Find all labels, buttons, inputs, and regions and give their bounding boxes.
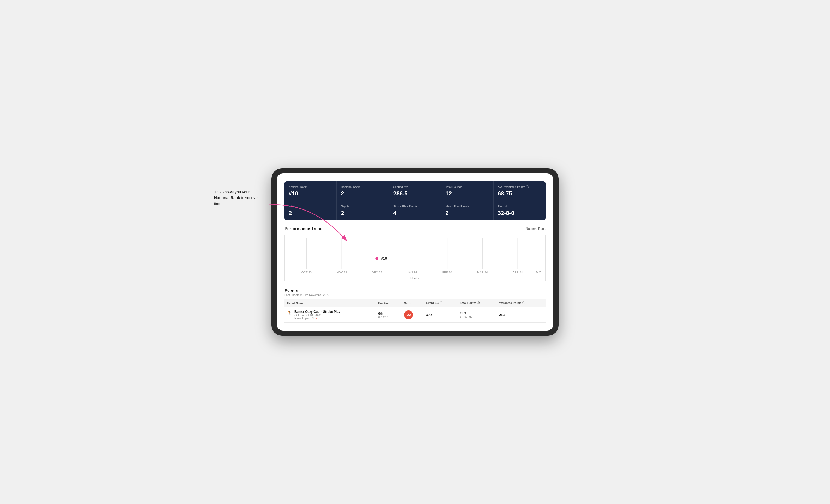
chart-x-nov23: NOV 23 [337,271,347,274]
event-score-cell: -22 [402,307,423,323]
stat-top3s-label: Top 3s [341,204,384,208]
content-area: National Rank #10 Regional Rank 2 Scorin… [277,181,553,331]
chart-header: Performance Trend National Rank [285,227,545,231]
col-total-points: Total Points ⓘ [457,299,497,307]
event-score-badge: -22 [404,310,413,319]
event-name-cell: 🏌️ Buster Cozy Cup – Stroke Play Oct 9 –… [285,307,376,323]
col-score: Score [402,299,423,307]
chevron-down-icon: ▼ [315,317,317,320]
event-position-cell: 6th out of 7 [376,307,402,323]
col-event-sg: Event SG ⓘ [423,299,457,307]
stat-top3s-value: 2 [341,210,384,216]
stat-regional-rank-value: 2 [341,190,384,197]
stat-scoring-avg-value: 286.5 [393,190,437,197]
event-position: 6th [378,311,399,315]
events-section: Events Last updated: 24th November 2023 … [285,289,545,323]
chart-data-label: #10 [381,257,387,260]
stat-regional-rank: Regional Rank 2 [337,181,389,201]
chart-x-oct23: OCT 23 [301,271,312,274]
event-date: Oct 9 – Oct 10, 2023 [294,313,340,317]
event-weighted-points-cell: 28.3 [497,307,545,323]
stat-record: Record 32-8-0 [493,201,545,220]
stat-match-play-events-label: Match Play Events [446,204,489,208]
stat-wins-label: Wins [289,204,332,208]
stat-scoring-avg-label: Scoring Avg. [393,185,437,189]
tablet-screen: National Rank #10 Regional Rank 2 Scorin… [277,173,553,331]
stat-wins-value: 2 [289,210,332,216]
chart-x-feb24: FEB 24 [442,271,452,274]
event-total-points: 28.3 [460,311,494,315]
stat-record-value: 32-8-0 [498,210,541,216]
annotation-before: This shows you your [214,190,250,194]
chart-x-mar24: MAR 24 [477,271,488,274]
stat-total-rounds-label: Total Rounds [446,185,489,189]
stat-stroke-play-events-label: Stroke Play Events [393,204,437,208]
stat-match-play-events: Match Play Events 2 [441,201,493,220]
event-total-points-cell: 28.3 3 Rounds [457,307,497,323]
stat-national-rank-value: #10 [289,190,332,197]
performance-chart: #10 OCT 23 NOV 23 DEC 23 JAN 24 FEB 24 M… [285,234,545,282]
stat-regional-rank-label: Regional Rank [341,185,384,189]
chart-label: National Rank [526,227,545,231]
chart-svg: #10 OCT 23 NOV 23 DEC 23 JAN 24 FEB 24 M… [289,238,541,275]
stats-grid: National Rank #10 Regional Rank 2 Scorin… [285,181,545,221]
events-table: Event Name Position Score Event SG ⓘ [285,299,545,323]
stat-national-rank-label: National Rank [289,185,332,189]
stat-avg-weighted-points-label: Avg. Weighted Points ⓘ [498,185,541,189]
event-sg-value: 0.45 [426,313,432,317]
stat-wins: Wins 2 [285,201,337,220]
events-table-body: 🏌️ Buster Cozy Cup – Stroke Play Oct 9 –… [285,307,545,323]
stat-stroke-play-events: Stroke Play Events 4 [389,201,441,220]
chart-x-may24: MAY 24 [536,271,541,274]
event-icon: 🏌️ [287,310,292,315]
stat-total-rounds-value: 12 [446,190,489,197]
tablet-frame: National Rank #10 Regional Rank 2 Scorin… [272,168,558,336]
events-title: Events [285,289,545,293]
stat-avg-weighted-points-value: 68.75 [498,190,541,197]
event-name: Buster Cozy Cup – Stroke Play [294,310,340,313]
annotation-text: This shows you your National Rank trend … [214,189,266,207]
chart-x-axis-label: Months [289,277,541,280]
table-row: 🏌️ Buster Cozy Cup – Stroke Play Oct 9 –… [285,307,545,323]
chart-x-apr24: APR 24 [513,271,523,274]
stat-top3s: Top 3s 2 [337,201,389,220]
chart-data-point [375,257,378,260]
event-total-points-sub: 3 Rounds [460,315,494,318]
event-sg-cell: 0.45 [423,307,457,323]
event-position-sub: out of 7 [378,315,399,318]
stats-row-1: National Rank #10 Regional Rank 2 Scorin… [285,181,545,201]
chart-x-dec23: DEC 23 [372,271,382,274]
stat-total-rounds: Total Rounds 12 [441,181,493,201]
events-last-updated: Last updated: 24th November 2023 [285,293,545,296]
annotation-bold: National Rank [214,195,240,200]
stat-record-label: Record [498,204,541,208]
event-weighted-points: 28.3 [499,313,505,317]
events-table-header-row: Event Name Position Score Event SG ⓘ [285,299,545,307]
col-weighted-points: Weighted Points ⓘ [497,299,545,307]
events-table-header: Event Name Position Score Event SG ⓘ [285,299,545,307]
event-rank-impact: Rank Impact: 3 ▼ [294,317,340,320]
stat-national-rank: National Rank #10 [285,181,337,201]
stat-scoring-avg: Scoring Avg. 286.5 [389,181,441,201]
col-event-name: Event Name [285,299,376,307]
stat-match-play-events-value: 2 [446,210,489,216]
stats-row-2: Wins 2 Top 3s 2 Stroke Play Events 4 M [285,201,545,220]
stat-avg-weighted-points: Avg. Weighted Points ⓘ 68.75 [493,181,545,201]
col-position: Position [376,299,402,307]
event-info: Buster Cozy Cup – Stroke Play Oct 9 – Oc… [294,310,340,320]
chart-x-jan24: JAN 24 [407,271,417,274]
scene: This shows you your National Rank trend … [272,168,558,336]
stat-stroke-play-events-value: 4 [393,210,437,216]
chart-title: Performance Trend [285,227,323,231]
